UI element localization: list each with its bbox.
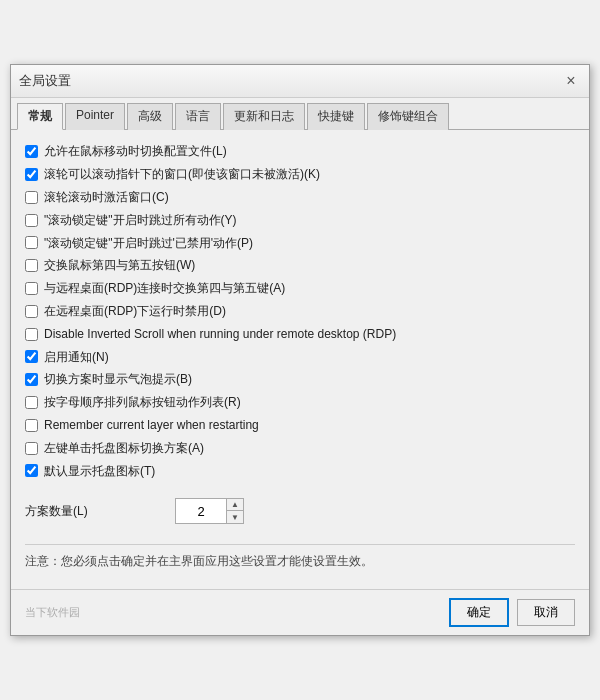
- checkbox-item-15: 默认显示托盘图标(T): [25, 460, 575, 483]
- checkbox-sort-alpha[interactable]: [25, 396, 38, 409]
- checkbox-item-11: 切换方案时显示气泡提示(B): [25, 368, 575, 391]
- checkbox-item-8: 在远程桌面(RDP)下运行时禁用(D): [25, 300, 575, 323]
- checkbox-scroll-lock-all[interactable]: [25, 214, 38, 227]
- checkbox-item-12: 按字母顺序排列鼠标按钮动作列表(R): [25, 391, 575, 414]
- spinbox-container: 2 ▲ ▼: [175, 498, 244, 524]
- checkbox-label-15[interactable]: 默认显示托盘图标(T): [44, 463, 155, 480]
- checkbox-item-14: 左键单击托盘图标切换方案(A): [25, 437, 575, 460]
- checkbox-item-2: 滚轮可以滚动指针下的窗口(即使该窗口未被激活)(K): [25, 163, 575, 186]
- checkbox-label-3[interactable]: 滚轮滚动时激活窗口(C): [44, 189, 169, 206]
- tab-advanced[interactable]: 高级: [127, 103, 173, 130]
- checkbox-left-click-tray[interactable]: [25, 442, 38, 455]
- spin-up-button[interactable]: ▲: [227, 499, 243, 511]
- checkbox-item-6: 交换鼠标第四与第五按钮(W): [25, 254, 575, 277]
- checkbox-label-8[interactable]: 在远程桌面(RDP)下运行时禁用(D): [44, 303, 226, 320]
- checkbox-item-4: "滚动锁定键"开启时跳过所有动作(Y): [25, 209, 575, 232]
- footer-logo: 当下软件园: [25, 605, 441, 620]
- ok-button[interactable]: 确定: [449, 598, 509, 627]
- spin-down-button[interactable]: ▼: [227, 511, 243, 523]
- checkbox-swap-45[interactable]: [25, 259, 38, 272]
- checkbox-label-4[interactable]: "滚动锁定键"开启时跳过所有动作(Y): [44, 212, 237, 229]
- checkbox-item-3: 滚轮滚动时激活窗口(C): [25, 186, 575, 209]
- checkbox-allow-switch[interactable]: [25, 145, 38, 158]
- title-bar: 全局设置 ×: [11, 65, 589, 98]
- tab-pointer[interactable]: Pointer: [65, 103, 125, 130]
- checkbox-label-5[interactable]: "滚动锁定键"开启时跳过'已禁用'动作(P): [44, 235, 253, 252]
- spinbox-row: 方案数量(L) 2 ▲ ▼: [25, 498, 575, 524]
- checkbox-item-13: Remember current layer when restarting: [25, 414, 575, 437]
- footer: 当下软件园 确定 取消: [11, 589, 589, 635]
- note-text: 注意：您必须点击确定并在主界面应用这些设置才能使设置生效。: [25, 555, 373, 567]
- tab-general[interactable]: 常规: [17, 103, 63, 130]
- checkbox-scroll-activate[interactable]: [25, 191, 38, 204]
- tab-modifiers[interactable]: 修饰键组合: [367, 103, 449, 130]
- spinbox-label: 方案数量(L): [25, 503, 165, 520]
- checkbox-item-1: 允许在鼠标移动时切换配置文件(L): [25, 140, 575, 163]
- cancel-button[interactable]: 取消: [517, 599, 575, 626]
- checkbox-item-9: Disable Inverted Scroll when running und…: [25, 323, 575, 346]
- checkbox-enable-notification[interactable]: [25, 350, 38, 363]
- checkbox-item-5: "滚动锁定键"开启时跳过'已禁用'动作(P): [25, 232, 575, 255]
- dialog-title: 全局设置: [19, 72, 71, 90]
- checkbox-rdp-disable[interactable]: [25, 305, 38, 318]
- checkbox-label-9[interactable]: Disable Inverted Scroll when running und…: [44, 326, 396, 343]
- checkbox-bubble-tip[interactable]: [25, 373, 38, 386]
- tab-updates[interactable]: 更新和日志: [223, 103, 305, 130]
- close-button[interactable]: ×: [561, 71, 581, 91]
- checkbox-label-6[interactable]: 交换鼠标第四与第五按钮(W): [44, 257, 195, 274]
- note-area: 注意：您必须点击确定并在主界面应用这些设置才能使设置生效。: [25, 544, 575, 578]
- checkbox-scroll-lock-disabled[interactable]: [25, 236, 38, 249]
- checkbox-item-7: 与远程桌面(RDP)连接时交换第四与第五键(A): [25, 277, 575, 300]
- checkbox-label-11[interactable]: 切换方案时显示气泡提示(B): [44, 371, 192, 388]
- global-settings-dialog: 全局设置 × 常规 Pointer 高级 语言 更新和日志 快捷键 修饰键组合 …: [10, 64, 590, 635]
- checkbox-show-tray[interactable]: [25, 464, 38, 477]
- checkbox-item-10: 启用通知(N): [25, 346, 575, 369]
- checkbox-label-7[interactable]: 与远程桌面(RDP)连接时交换第四与第五键(A): [44, 280, 285, 297]
- checkbox-remember-layer[interactable]: [25, 419, 38, 432]
- tab-language[interactable]: 语言: [175, 103, 221, 130]
- checkbox-label-1[interactable]: 允许在鼠标移动时切换配置文件(L): [44, 143, 227, 160]
- checkbox-scroll-inactive[interactable]: [25, 168, 38, 181]
- scheme-count-input[interactable]: 2: [176, 499, 226, 523]
- checkbox-disable-inverted-scroll[interactable]: [25, 328, 38, 341]
- checkbox-label-12[interactable]: 按字母顺序排列鼠标按钮动作列表(R): [44, 394, 241, 411]
- checkbox-rdp-swap[interactable]: [25, 282, 38, 295]
- tab-bar: 常规 Pointer 高级 语言 更新和日志 快捷键 修饰键组合: [11, 98, 589, 130]
- checkbox-label-10[interactable]: 启用通知(N): [44, 349, 109, 366]
- checkbox-label-13[interactable]: Remember current layer when restarting: [44, 417, 259, 434]
- spinbox-buttons: ▲ ▼: [226, 499, 243, 523]
- tab-shortcuts[interactable]: 快捷键: [307, 103, 365, 130]
- settings-content: 允许在鼠标移动时切换配置文件(L) 滚轮可以滚动指针下的窗口(即使该窗口未被激活…: [11, 130, 589, 588]
- checkbox-label-14[interactable]: 左键单击托盘图标切换方案(A): [44, 440, 204, 457]
- checkbox-label-2[interactable]: 滚轮可以滚动指针下的窗口(即使该窗口未被激活)(K): [44, 166, 320, 183]
